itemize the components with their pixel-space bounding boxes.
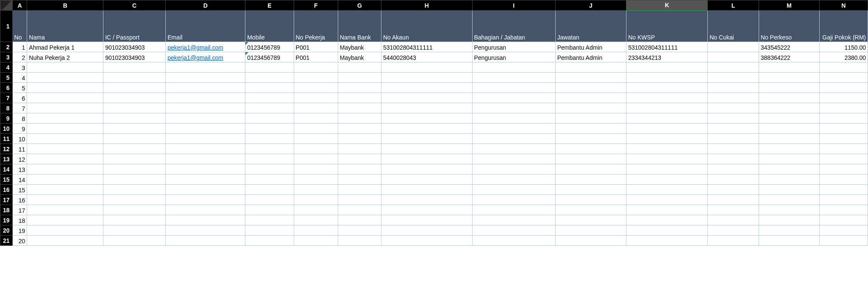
hdr-akaun[interactable]: No Akaun [381, 11, 472, 42]
cell[interactable] [759, 164, 819, 174]
cell[interactable] [708, 164, 759, 174]
cell[interactable] [759, 93, 819, 103]
row-header-16[interactable]: 16 [0, 185, 13, 195]
cell[interactable] [294, 73, 338, 83]
cell-kwsp[interactable]: 2334344213 [626, 52, 708, 62]
cell-no[interactable]: 11 [12, 144, 27, 154]
cell[interactable] [626, 62, 708, 73]
row-header-11[interactable]: 11 [0, 134, 13, 144]
cell[interactable] [555, 113, 626, 124]
row-header-10[interactable]: 10 [0, 124, 13, 134]
cell[interactable] [626, 83, 708, 93]
cell[interactable] [626, 113, 708, 124]
cell[interactable] [381, 164, 472, 174]
row-header-3[interactable]: 3 [0, 52, 13, 62]
cell[interactable] [819, 83, 868, 93]
cell-no[interactable]: 16 [12, 195, 27, 205]
row-header-13[interactable]: 13 [0, 154, 13, 164]
cell[interactable] [294, 164, 338, 174]
cell[interactable] [166, 93, 245, 103]
cell[interactable] [338, 124, 381, 134]
cell[interactable] [759, 134, 819, 144]
cell[interactable] [166, 83, 245, 93]
cell-no[interactable]: 5 [12, 83, 27, 93]
cell[interactable] [819, 225, 868, 236]
cell[interactable] [708, 174, 759, 185]
cell[interactable] [27, 113, 103, 124]
cell[interactable] [27, 62, 103, 73]
cell[interactable] [338, 236, 381, 246]
cell[interactable] [166, 164, 245, 174]
col-header-M[interactable]: M [759, 0, 819, 11]
cell[interactable] [338, 93, 381, 103]
row-header-17[interactable]: 17 [0, 195, 13, 205]
cell-email[interactable]: pekerja1@gmail.com [166, 52, 245, 62]
cell[interactable] [338, 185, 381, 195]
cell[interactable] [166, 185, 245, 195]
cell[interactable] [245, 103, 294, 113]
cell[interactable] [166, 225, 245, 236]
cell[interactable] [245, 236, 294, 246]
cell[interactable] [27, 185, 103, 195]
cell[interactable] [294, 93, 338, 103]
cell-no[interactable]: 17 [12, 205, 27, 215]
row-header-18[interactable]: 18 [0, 205, 13, 215]
cell[interactable] [626, 236, 708, 246]
cell[interactable] [819, 174, 868, 185]
cell[interactable] [338, 144, 381, 154]
cell[interactable] [381, 93, 472, 103]
cell[interactable] [338, 154, 381, 164]
cell[interactable] [819, 154, 868, 164]
hdr-nama[interactable]: Nama [27, 11, 103, 42]
col-header-C[interactable]: C [103, 0, 166, 11]
cell[interactable] [381, 73, 472, 83]
cell[interactable] [103, 154, 166, 164]
cell-gaji[interactable]: 1150.00 [819, 42, 868, 52]
cell[interactable] [555, 236, 626, 246]
cell[interactable] [27, 195, 103, 205]
cell[interactable] [27, 73, 103, 83]
cell[interactable] [27, 93, 103, 103]
cell[interactable] [555, 164, 626, 174]
cell[interactable] [166, 103, 245, 113]
cell[interactable] [103, 144, 166, 154]
cell-mobile[interactable]: 0123456789 [245, 52, 294, 62]
cell[interactable] [759, 195, 819, 205]
cell[interactable] [381, 134, 472, 144]
cell[interactable] [708, 144, 759, 154]
cell[interactable] [103, 195, 166, 205]
cell[interactable] [759, 113, 819, 124]
cell[interactable] [103, 62, 166, 73]
row-header-15[interactable]: 15 [0, 174, 13, 185]
cell-kwsp[interactable]: 531002804311111 [626, 42, 708, 52]
cell-nopekerja[interactable]: P001 [294, 42, 338, 52]
cell[interactable] [472, 215, 555, 225]
cell[interactable] [555, 83, 626, 93]
cell[interactable] [472, 103, 555, 113]
cell[interactable] [338, 164, 381, 174]
row-header-20[interactable]: 20 [0, 225, 13, 236]
cell[interactable] [819, 195, 868, 205]
cell[interactable] [103, 103, 166, 113]
col-header-K[interactable]: K [626, 0, 708, 11]
cell[interactable] [294, 174, 338, 185]
cell[interactable] [103, 83, 166, 93]
cell[interactable] [381, 144, 472, 154]
cell[interactable] [759, 205, 819, 215]
cell-no[interactable]: 8 [12, 113, 27, 124]
cell-gaji[interactable]: 2380.00 [819, 52, 868, 62]
cell[interactable] [759, 225, 819, 236]
cell[interactable] [472, 205, 555, 215]
cell[interactable] [294, 124, 338, 134]
cell-mobile[interactable]: 0123456789 [245, 42, 294, 52]
cell[interactable] [166, 205, 245, 215]
cell-akaun[interactable]: 5440028043 [381, 52, 472, 62]
cell[interactable] [27, 164, 103, 174]
cell-no[interactable]: 13 [12, 164, 27, 174]
cell[interactable] [819, 236, 868, 246]
cell[interactable] [759, 83, 819, 93]
cell[interactable] [338, 174, 381, 185]
cell[interactable] [381, 185, 472, 195]
row-header-5[interactable]: 5 [0, 73, 13, 83]
cell[interactable] [245, 144, 294, 154]
